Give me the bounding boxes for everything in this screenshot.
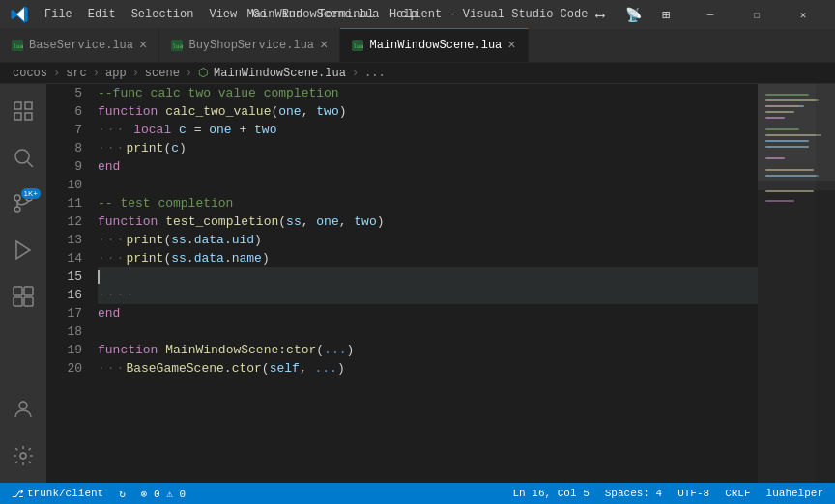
svg-point-6 (15, 150, 29, 163)
breadcrumb-scene[interactable]: scene (145, 67, 180, 80)
status-language[interactable]: luahelper (763, 483, 827, 504)
svg-text:lua: lua (173, 42, 184, 49)
breadcrumb-file-icon: ⬡ (198, 66, 208, 80)
code-line-19: function MainWindowScene:ctor(...) (98, 341, 758, 359)
line-num-9: 9 (46, 157, 82, 176)
menu-edit[interactable]: Edit (80, 0, 124, 29)
window-controls: ⟷ 📡 ⊞ — ☐ ✕ (588, 0, 825, 29)
status-sync[interactable]: ↻ (115, 483, 130, 504)
activity-account[interactable] (0, 386, 46, 433)
code-line-7: ··· local c = one + two (98, 121, 758, 139)
line-num-5: 5 (46, 84, 82, 102)
status-errors[interactable]: ⊗ 0 ⚠ 0 (137, 483, 189, 504)
activity-bottom (0, 386, 46, 483)
svg-text:lua: lua (14, 42, 24, 49)
svg-rect-35 (765, 190, 814, 192)
main-area: 1K+ 5 6 7 8 9 10 11 12 13 (0, 84, 835, 483)
editor-container[interactable]: 5 6 7 8 9 10 11 12 13 14 15 16 17 18 19 … (46, 84, 835, 483)
svg-text:lua: lua (354, 42, 364, 49)
svg-rect-15 (24, 297, 33, 306)
status-cursor-pos[interactable]: Ln 16, Col 5 (509, 483, 593, 504)
line-num-12: 12 (46, 212, 82, 231)
status-spaces[interactable]: Spaces: 4 (601, 483, 666, 504)
menu-view[interactable]: View (201, 0, 245, 29)
status-encoding[interactable]: UTF-8 (674, 483, 713, 504)
layout-icon[interactable]: ⊞ (653, 4, 678, 25)
title-bar: File Edit Selection View Go Run Terminal… (0, 0, 835, 29)
breadcrumb-sep5: › (352, 67, 359, 80)
code-line-18 (98, 322, 758, 341)
svg-point-17 (20, 453, 26, 459)
status-line-ending[interactable]: CRLF (721, 483, 754, 504)
breadcrumb-sep2: › (93, 67, 100, 80)
code-line-5: --func calc two value completion (98, 84, 758, 102)
line-num-13: 13 (46, 231, 82, 249)
breadcrumb-sep1: › (53, 67, 60, 80)
source-control-badge: 1K+ (21, 188, 41, 199)
status-left: ⎇ trunk/client ↻ ⊗ 0 ⚠ 0 (8, 483, 189, 504)
minimap-viewport[interactable] (758, 84, 835, 181)
tabs-bar: lua BaseService.lua × lua BuyShopService… (0, 29, 835, 63)
status-bar: ⎇ trunk/client ↻ ⊗ 0 ⚠ 0 Ln 16, Col 5 Sp… (0, 483, 835, 504)
close-button[interactable]: ✕ (781, 0, 825, 29)
indent-size: Spaces: 4 (605, 488, 662, 499)
lua-file-icon3: lua (352, 40, 363, 51)
branch-icon: ⎇ (12, 488, 24, 500)
tab-base-label: BaseService.lua (29, 39, 133, 52)
activity-explorer[interactable] (0, 88, 46, 134)
code-line-15 (98, 267, 758, 286)
breadcrumb-sep4: › (186, 67, 192, 80)
code-line-12: function test_completion(ss, one, two) (98, 212, 758, 231)
line-num-6: 6 (46, 102, 82, 121)
code-line-9: end (98, 157, 758, 176)
line-num-8: 8 (46, 139, 82, 157)
breadcrumb-filename[interactable]: MainWindowScene.lua (214, 67, 346, 80)
breadcrumb: cocos › src › app › scene › ⬡ MainWindow… (0, 63, 835, 84)
code-editor[interactable]: --func calc two value completion functio… (90, 84, 758, 483)
maximize-button[interactable]: ☐ (734, 0, 779, 29)
tab-main-window[interactable]: lua MainWindowScene.lua × (340, 28, 528, 62)
tab-base-close[interactable]: × (139, 39, 147, 52)
svg-line-7 (28, 162, 34, 168)
activity-search[interactable] (0, 134, 46, 181)
line-num-18: 18 (46, 322, 82, 341)
svg-point-9 (14, 207, 20, 212)
svg-rect-12 (14, 287, 22, 295)
svg-rect-14 (14, 297, 22, 306)
remote-icon[interactable]: ⟷ (588, 4, 613, 25)
activity-settings[interactable] (0, 433, 46, 479)
tab-base-service[interactable]: lua BaseService.lua × (0, 28, 159, 62)
minimize-button[interactable]: — (688, 0, 733, 29)
activity-source-control[interactable]: 1K+ (0, 181, 46, 227)
code-line-13: ···print(ss.data.uid) (98, 231, 758, 249)
tab-main-close[interactable]: × (507, 39, 515, 52)
line-num-7: 7 (46, 121, 82, 139)
menu-file[interactable]: File (37, 0, 80, 29)
lua-file-icon: lua (12, 40, 23, 51)
minimap[interactable] (758, 84, 835, 483)
code-line-17: end (98, 304, 758, 322)
breadcrumb-cocos[interactable]: cocos (13, 67, 47, 80)
activity-extensions[interactable] (0, 273, 46, 320)
breadcrumb-src[interactable]: src (66, 67, 87, 80)
status-branch[interactable]: ⎇ trunk/client (8, 483, 107, 504)
breadcrumb-more[interactable]: ... (364, 67, 386, 80)
code-line-8: ···print(c) (98, 139, 758, 157)
branch-name: trunk/client (27, 488, 103, 499)
activity-run[interactable] (0, 227, 46, 273)
code-line-10 (98, 176, 758, 194)
lua-file-icon2: lua (171, 40, 183, 51)
tab-buy-shop[interactable]: lua BuyShopService.lua × (159, 28, 340, 62)
tab-buy-close[interactable]: × (320, 39, 328, 52)
eol-type: CRLF (725, 488, 750, 499)
breadcrumb-app[interactable]: app (105, 67, 127, 80)
menu-selection[interactable]: Selection (124, 0, 202, 29)
line-num-14: 14 (46, 249, 82, 267)
broadcast-icon[interactable]: 📡 (620, 4, 646, 25)
svg-marker-11 (16, 241, 30, 259)
vscode-icon (10, 5, 29, 24)
cursor-position: Ln 16, Col 5 (513, 488, 590, 499)
line-num-15: 15 (46, 267, 82, 286)
svg-rect-13 (24, 287, 33, 295)
line-num-10: 10 (46, 176, 82, 194)
